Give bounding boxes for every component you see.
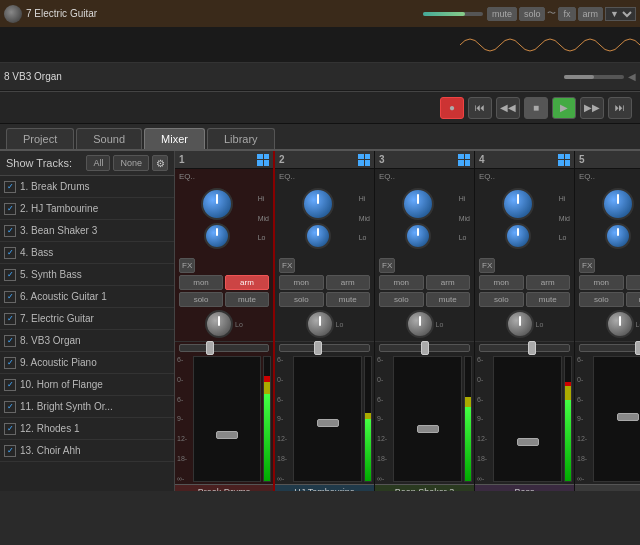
channel-grid-icon[interactable] bbox=[257, 154, 269, 166]
fader-handle-ch3[interactable] bbox=[417, 425, 439, 433]
all-button[interactable]: All bbox=[86, 155, 110, 171]
stop-button[interactable]: ■ bbox=[524, 97, 548, 119]
channel-pan-slider-ch2[interactable] bbox=[279, 344, 370, 352]
record-button[interactable]: ● bbox=[440, 97, 464, 119]
track-list-item[interactable]: ✓ 4. Bass bbox=[0, 242, 174, 264]
fast-forward-button[interactable]: ▶▶ bbox=[580, 97, 604, 119]
solo-button[interactable]: solo bbox=[519, 7, 546, 21]
eq-hi-knob-ch3[interactable] bbox=[402, 188, 434, 220]
track-list-item[interactable]: ✓ 10. Horn of Flange bbox=[0, 374, 174, 396]
fader-track-ch5[interactable] bbox=[593, 356, 640, 482]
pan-knob-ch1[interactable] bbox=[205, 310, 233, 338]
arm-dropdown[interactable]: ▼ bbox=[605, 7, 636, 21]
mon-button-ch1[interactable]: mon bbox=[179, 275, 223, 290]
skip-back-button[interactable]: ⏮ bbox=[468, 97, 492, 119]
arm-channel-button-ch1[interactable]: arm bbox=[225, 275, 269, 290]
mon-button-ch2[interactable]: mon bbox=[279, 275, 324, 290]
track-checkbox[interactable]: ✓ bbox=[4, 357, 16, 369]
track-list-item[interactable]: ✓ 11. Bright Synth Or... bbox=[0, 396, 174, 418]
mute-channel-button-ch3[interactable]: mute bbox=[426, 292, 471, 307]
mon-button-ch5[interactable]: mon bbox=[579, 275, 624, 290]
none-button[interactable]: None bbox=[113, 155, 149, 171]
arm-channel-button-ch2[interactable]: arm bbox=[326, 275, 371, 290]
track-list-item[interactable]: ✓ 2. HJ Tambourine bbox=[0, 198, 174, 220]
eq-mid-knob-ch5[interactable] bbox=[605, 223, 631, 249]
fader-track-ch2[interactable] bbox=[293, 356, 362, 482]
track-checkbox[interactable]: ✓ bbox=[4, 225, 16, 237]
solo-channel-button-ch1[interactable]: solo bbox=[179, 292, 223, 307]
mute-channel-button-ch5[interactable]: mute bbox=[626, 292, 641, 307]
channel-pan-slider-ch1[interactable] bbox=[179, 344, 269, 352]
mute-channel-button-ch1[interactable]: mute bbox=[225, 292, 269, 307]
solo-channel-button-ch4[interactable]: solo bbox=[479, 292, 524, 307]
track-list-item[interactable]: ✓ 5. Synth Bass bbox=[0, 264, 174, 286]
channel-grid-icon[interactable] bbox=[558, 154, 570, 166]
track-list-item[interactable]: ✓ 1. Break Drums bbox=[0, 176, 174, 198]
fx-channel-button[interactable]: FX bbox=[379, 258, 395, 273]
solo-channel-button-ch5[interactable]: solo bbox=[579, 292, 624, 307]
rewind-button[interactable]: ◀◀ bbox=[496, 97, 520, 119]
arm-button[interactable]: arm bbox=[578, 7, 604, 21]
play-button[interactable]: ▶ bbox=[552, 97, 576, 119]
eq-hi-knob-ch4[interactable] bbox=[502, 188, 534, 220]
channel-grid-icon[interactable] bbox=[458, 154, 470, 166]
fx-channel-button[interactable]: FX bbox=[179, 258, 195, 273]
channel-pan-slider-ch3[interactable] bbox=[379, 344, 470, 352]
skip-forward-button[interactable]: ⏭ bbox=[608, 97, 632, 119]
track-volume-slider-2[interactable] bbox=[564, 75, 624, 79]
mute-channel-button-ch4[interactable]: mute bbox=[526, 292, 571, 307]
fx-channel-button[interactable]: FX bbox=[479, 258, 495, 273]
mute-channel-button-ch2[interactable]: mute bbox=[326, 292, 371, 307]
tab-sound[interactable]: Sound bbox=[76, 128, 142, 149]
channel-grid-icon[interactable] bbox=[358, 154, 370, 166]
track-list-item[interactable]: ✓ 6. Acoustic Guitar 1 bbox=[0, 286, 174, 308]
channel-pan-slider-ch4[interactable] bbox=[479, 344, 570, 352]
track-list-item[interactable]: ✓ 7. Electric Guitar bbox=[0, 308, 174, 330]
fx-channel-button[interactable]: FX bbox=[279, 258, 295, 273]
fader-track-ch1[interactable] bbox=[193, 356, 261, 482]
track-checkbox[interactable]: ✓ bbox=[4, 401, 16, 413]
arm-channel-button-ch4[interactable]: arm bbox=[526, 275, 571, 290]
mon-button-ch4[interactable]: mon bbox=[479, 275, 524, 290]
fader-handle-ch4[interactable] bbox=[517, 438, 539, 446]
fader-track-ch3[interactable] bbox=[393, 356, 462, 482]
track-checkbox[interactable]: ✓ bbox=[4, 269, 16, 281]
track-checkbox[interactable]: ✓ bbox=[4, 291, 16, 303]
pan-knob-ch5[interactable] bbox=[606, 310, 634, 338]
eq-hi-knob-ch1[interactable] bbox=[201, 188, 233, 220]
track-checkbox[interactable]: ✓ bbox=[4, 203, 16, 215]
solo-channel-button-ch2[interactable]: solo bbox=[279, 292, 324, 307]
eq-mid-knob-ch4[interactable] bbox=[505, 223, 531, 249]
channel-pan-thumb-ch4[interactable] bbox=[528, 341, 536, 355]
track-checkbox[interactable]: ✓ bbox=[4, 335, 16, 347]
channel-pan-slider-ch5[interactable] bbox=[579, 344, 640, 352]
track-list-item[interactable]: ✓ 13. Choir Ahh bbox=[0, 440, 174, 462]
solo-channel-button-ch3[interactable]: solo bbox=[379, 292, 424, 307]
eq-hi-knob-ch5[interactable] bbox=[602, 188, 634, 220]
arm-channel-button-ch3[interactable]: arm bbox=[426, 275, 471, 290]
track-checkbox[interactable]: ✓ bbox=[4, 423, 16, 435]
eq-mid-knob-ch3[interactable] bbox=[405, 223, 431, 249]
eq-hi-knob-ch2[interactable] bbox=[302, 188, 334, 220]
channel-pan-thumb-ch3[interactable] bbox=[421, 341, 429, 355]
eq-mid-knob-ch2[interactable] bbox=[305, 223, 331, 249]
pan-knob-ch3[interactable] bbox=[406, 310, 434, 338]
track-list-item[interactable]: ✓ 12. Rhodes 1 bbox=[0, 418, 174, 440]
channel-pan-thumb-ch1[interactable] bbox=[206, 341, 214, 355]
fader-handle-ch5[interactable] bbox=[617, 413, 639, 421]
fx-button[interactable]: fx bbox=[558, 7, 575, 21]
tab-library[interactable]: Library bbox=[207, 128, 275, 149]
fx-channel-button[interactable]: FX bbox=[579, 258, 595, 273]
fader-handle-ch2[interactable] bbox=[317, 419, 339, 427]
track-checkbox[interactable]: ✓ bbox=[4, 313, 16, 325]
tab-project[interactable]: Project bbox=[6, 128, 74, 149]
track-checkbox[interactable]: ✓ bbox=[4, 379, 16, 391]
pan-knob-ch4[interactable] bbox=[506, 310, 534, 338]
track-list-item[interactable]: ✓ 3. Bean Shaker 3 bbox=[0, 220, 174, 242]
track-checkbox[interactable]: ✓ bbox=[4, 247, 16, 259]
mon-button-ch3[interactable]: mon bbox=[379, 275, 424, 290]
arm-channel-button-ch5[interactable]: arm bbox=[626, 275, 641, 290]
fader-handle-ch1[interactable] bbox=[216, 431, 238, 439]
channel-pan-thumb-ch5[interactable] bbox=[635, 341, 640, 355]
track-list-item[interactable]: ✓ 9. Acoustic Piano bbox=[0, 352, 174, 374]
